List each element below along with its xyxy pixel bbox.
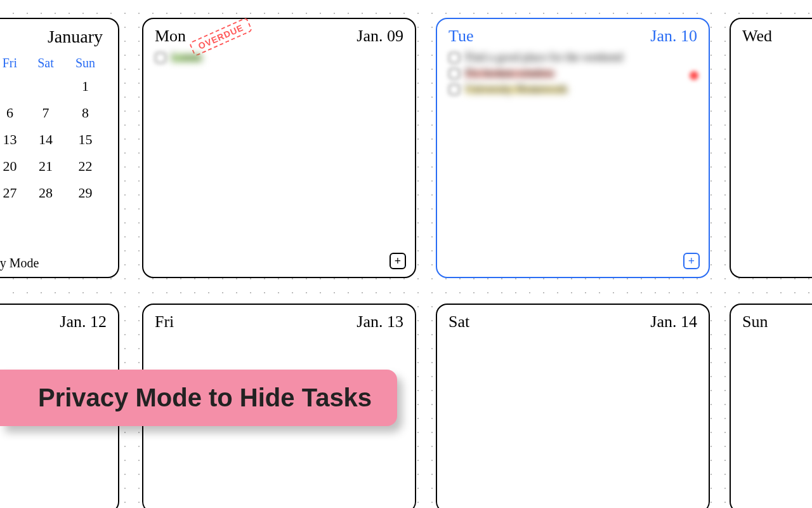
day-of-week: Sun	[742, 312, 768, 331]
mini-cal-cell[interactable]: 7	[27, 100, 64, 126]
task-checkbox[interactable]	[449, 52, 460, 64]
mini-cal-cell[interactable]: 29	[64, 180, 107, 206]
mini-cal-cell[interactable]: 28	[27, 180, 64, 206]
mini-calendar-month: January	[0, 27, 107, 47]
mini-cal-cell[interactable]: 22	[64, 153, 107, 180]
day-date: Jan. 13	[357, 312, 403, 331]
mini-cal-cell[interactable]: 14	[27, 126, 64, 153]
task-item[interactable]: Lorem	[155, 51, 403, 64]
day-card-mon[interactable]: Mon Jan. 09 OVERDUE Lorem +	[142, 18, 416, 278]
mini-cal-header: Sat	[27, 53, 64, 73]
day-of-week: Wed	[742, 27, 772, 46]
day-date: Jan. 10	[650, 27, 697, 46]
task-text-blurred: Fix broken window	[465, 67, 554, 80]
mini-cal-cell[interactable]: 1	[64, 73, 107, 100]
feature-banner: Privacy Mode to Hide Tasks	[0, 370, 397, 426]
day-header: Fri Jan. 13	[155, 312, 403, 331]
priority-dot-icon	[690, 71, 698, 80]
day-date: Jan. 14	[650, 312, 697, 331]
day-header: Sat Jan. 14	[449, 312, 697, 331]
day-card-sat[interactable]: Sat Jan. 14	[436, 304, 710, 508]
task-text-blurred: Lorem	[171, 51, 202, 64]
mini-cal-cell[interactable]: 21	[27, 153, 64, 180]
day-header: Wed	[742, 27, 812, 46]
day-header: Tue Jan. 10	[449, 27, 697, 46]
mini-cal-cell[interactable]: 27	[0, 180, 27, 206]
day-of-week: Tue	[449, 27, 474, 46]
mini-cal-cell[interactable]	[0, 73, 27, 100]
mini-cal-cell[interactable]: 6	[0, 100, 27, 126]
privacy-mode-label: acy Mode	[0, 256, 39, 271]
add-task-button[interactable]: +	[390, 253, 406, 269]
day-of-week: Mon	[155, 27, 186, 46]
task-checkbox[interactable]	[449, 84, 460, 95]
day-header: Jan. 12	[0, 312, 107, 331]
plus-icon: +	[688, 255, 695, 268]
day-of-week: Fri	[155, 312, 174, 331]
day-card-tue-today[interactable]: Tue Jan. 10 Find a good place for the we…	[436, 18, 710, 278]
task-item[interactable]: Find a good place for the weekend	[449, 51, 697, 64]
day-date: Jan. 12	[60, 312, 107, 331]
mini-cal-header: Fri	[0, 53, 27, 73]
mini-cal-cell[interactable]: 15	[64, 126, 107, 153]
task-item[interactable]: University Homework	[449, 83, 697, 96]
day-header: Sun	[742, 312, 812, 331]
add-task-button[interactable]: +	[683, 253, 700, 269]
task-item[interactable]: Fix broken window	[449, 67, 697, 80]
task-checkbox[interactable]	[449, 68, 460, 79]
plus-icon: +	[395, 255, 401, 268]
mini-cal-cell[interactable]	[27, 73, 64, 100]
mini-calendar-grid[interactable]: Fri Sat Sun 1 678 131415 202122 272829	[0, 53, 107, 206]
mini-calendar-card: January Fri Sat Sun 1 678 131415 202122 …	[0, 18, 119, 278]
mini-cal-header: Sun	[64, 53, 107, 73]
task-text-blurred: University Homework	[465, 83, 567, 96]
mini-cal-cell[interactable]: 20	[0, 153, 27, 180]
day-card-wed[interactable]: Wed	[730, 18, 812, 278]
mini-cal-cell[interactable]: 13	[0, 126, 27, 153]
mini-cal-cell[interactable]: 8	[64, 100, 107, 126]
task-text-blurred: Find a good place for the weekend	[465, 51, 623, 64]
day-date: Jan. 09	[357, 27, 403, 46]
day-card-sun[interactable]: Sun	[730, 304, 812, 508]
task-checkbox[interactable]	[155, 52, 166, 64]
day-of-week: Sat	[449, 312, 469, 331]
